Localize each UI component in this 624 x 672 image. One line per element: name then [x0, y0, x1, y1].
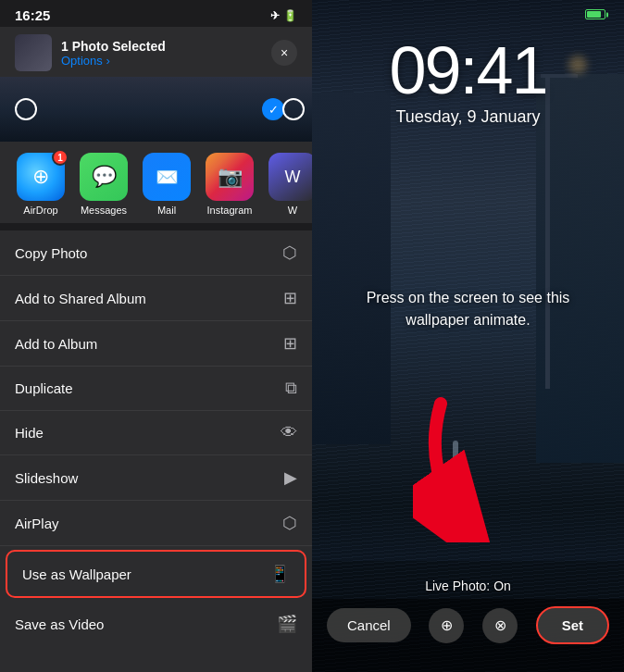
right-battery-icon — [585, 9, 605, 19]
action-duplicate[interactable]: Duplicate ⧉ — [0, 367, 312, 411]
duplicate-label: Duplicate — [15, 380, 73, 396]
wallpaper-action-buttons: Cancel ⊕ ⊗ Set — [312, 599, 624, 672]
mail-icon-bg: ✉️ — [143, 153, 191, 201]
live-icon: ⊗ — [494, 616, 506, 634]
wallpaper-preview-panel: 09:41 Tuesday, 9 January Press on the sc… — [312, 0, 624, 672]
airdrop-badge: 1 — [52, 149, 69, 166]
slideshow-icon: ▶ — [284, 467, 297, 488]
building-left — [312, 93, 391, 444]
wallpaper-bottom-bar: Live Photo: On Cancel ⊕ ⊗ Set — [312, 571, 624, 672]
red-arrow-indicator — [413, 394, 524, 542]
preview-inner: ✓ — [0, 77, 312, 142]
right-status-icons — [585, 9, 605, 19]
cancel-button[interactable]: Cancel — [327, 608, 411, 642]
more-icon-bg: W — [268, 153, 312, 201]
lock-screen-clock: 09:41 Tuesday, 9 January — [312, 37, 624, 127]
slideshow-label: Slideshow — [15, 470, 78, 486]
action-add-shared-album[interactable]: Add to Shared Album ⊞ — [0, 276, 312, 321]
add-album-icon: ⊞ — [283, 333, 297, 354]
close-button[interactable]: × — [271, 40, 297, 66]
action-hide[interactable]: Hide 👁 — [0, 411, 312, 455]
use-as-wallpaper-label: Use as Wallpaper — [22, 566, 131, 582]
messages-label: Messages — [81, 205, 127, 216]
airdrop-icon-bg: ⊕ 1 — [17, 153, 65, 201]
add-shared-album-label: Add to Shared Album — [15, 291, 146, 306]
lock-time: 09:41 — [312, 37, 624, 104]
app-icon-more[interactable]: W W — [267, 153, 312, 216]
live-toggle-button[interactable]: ⊗ — [482, 608, 518, 643]
lock-date: Tuesday, 9 January — [312, 107, 624, 127]
share-title: 1 Photo Selected — [61, 39, 166, 54]
status-bar: 16:25 ✈ 🔋 — [0, 0, 312, 27]
photo-thumbnail — [15, 34, 52, 71]
mail-label: Mail — [157, 205, 176, 216]
battery-fill — [587, 11, 601, 18]
duplicate-icon: ⧉ — [285, 379, 297, 398]
airdrop-label: AirDrop — [23, 205, 57, 216]
perspective-icon: ⊕ — [441, 616, 453, 634]
more-symbol: W — [285, 168, 301, 187]
share-options-link[interactable]: Options › — [61, 54, 166, 68]
action-add-album[interactable]: Add to Album ⊞ — [0, 321, 312, 367]
hide-icon: 👁 — [281, 423, 297, 442]
more-label: W — [288, 205, 297, 216]
action-save-video[interactable]: Save as Video 🎬 — [0, 602, 312, 646]
action-airplay[interactable]: AirPlay ⬡ — [0, 501, 312, 546]
airplay-label: AirPlay — [15, 516, 59, 531]
battery-icon: 🔋 — [283, 9, 297, 22]
preview-circle-left — [15, 98, 37, 120]
app-icons-row: ⊕ 1 AirDrop 💬 Messages ✉️ Mail 📷 Instagr… — [0, 142, 312, 223]
share-header-left: 1 Photo Selected Options › — [15, 34, 166, 71]
wallpaper-icon: 📱 — [269, 564, 290, 584]
action-use-as-wallpaper[interactable]: Use as Wallpaper 📱 — [6, 550, 306, 598]
battery-nub — [606, 12, 608, 17]
hide-label: Hide — [15, 425, 44, 441]
save-video-label: Save as Video — [15, 616, 104, 632]
instagram-icon-bg: 📷 — [206, 153, 254, 201]
animate-hint-label: Press on the screen to see this wallpape… — [367, 290, 570, 328]
action-list: Copy Photo ⬡ Add to Shared Album ⊞ Add t… — [0, 230, 312, 672]
app-icon-instagram[interactable]: 📷 Instagram — [204, 153, 256, 216]
preview-checkmark: ✓ — [262, 98, 284, 120]
airplay-icon: ⬡ — [282, 513, 297, 533]
share-sheet-panel: 16:25 ✈ 🔋 1 Photo Selected Options › × ✓ — [0, 0, 312, 672]
airdrop-symbol: ⊕ — [32, 165, 49, 189]
messages-icon-bg: 💬 — [80, 153, 128, 201]
photo-preview-strip: ✓ — [0, 77, 312, 142]
mail-symbol: ✉️ — [156, 166, 179, 188]
app-icon-airdrop[interactable]: ⊕ 1 AirDrop — [15, 153, 67, 216]
copy-photo-icon: ⬡ — [282, 243, 297, 263]
live-photo-status: Live Photo: On — [312, 571, 624, 599]
app-icon-mail[interactable]: ✉️ Mail — [141, 153, 193, 216]
app-icon-messages[interactable]: 💬 Messages — [78, 153, 130, 216]
airplane-icon: ✈ — [270, 9, 280, 22]
add-shared-album-icon: ⊞ — [283, 288, 297, 308]
time-display: 16:25 — [15, 7, 50, 23]
bottom-icon-buttons: ⊕ ⊗ — [429, 608, 518, 643]
share-header: 1 Photo Selected Options › × — [0, 27, 312, 77]
action-copy-photo[interactable]: Copy Photo ⬡ — [0, 230, 312, 276]
perspective-toggle-button[interactable]: ⊕ — [429, 608, 464, 643]
status-icons: ✈ 🔋 — [270, 9, 297, 22]
instagram-symbol: 📷 — [218, 165, 243, 189]
set-wallpaper-button[interactable]: Set — [536, 606, 609, 644]
instagram-label: Instagram — [207, 205, 253, 216]
add-album-label: Add to Album — [15, 336, 97, 352]
preview-circle-right — [282, 98, 305, 120]
save-video-icon: 🎬 — [277, 614, 297, 634]
messages-symbol: 💬 — [92, 165, 117, 189]
copy-photo-label: Copy Photo — [15, 245, 87, 261]
right-status-bar — [312, 0, 624, 25]
action-slideshow[interactable]: Slideshow ▶ — [0, 455, 312, 501]
animate-hint-text: Press on the screen to see this wallpape… — [312, 287, 624, 331]
